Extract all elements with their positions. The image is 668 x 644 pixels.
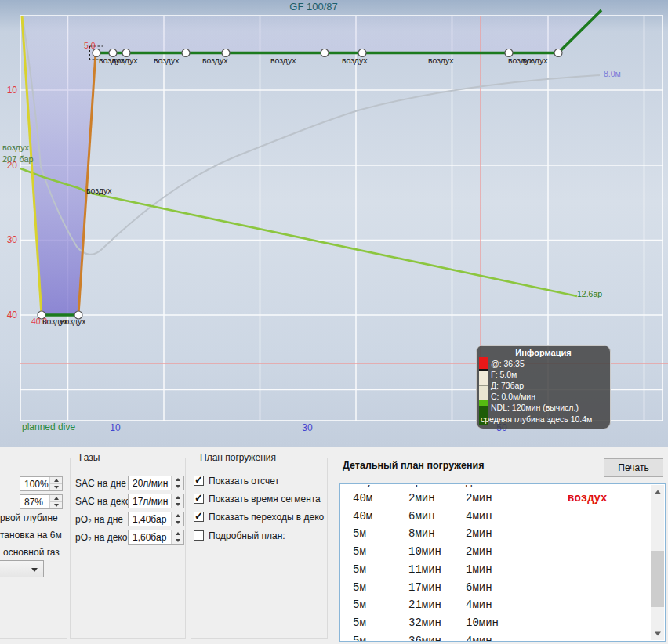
bottom-gas-label-2: воздух [60, 317, 85, 326]
gf-high-value: 87% [24, 497, 49, 508]
spinner-buttons[interactable] [49, 495, 62, 508]
gf-low-spinbox[interactable]: 100% [20, 476, 63, 491]
spinner-buttons[interactable] [171, 476, 183, 490]
scroll-up-icon[interactable] [651, 485, 664, 498]
info-box-title: Информация [477, 348, 610, 357]
plan-table-header-clipped: глубина время длительность газ [340, 485, 652, 491]
plan-cell: 6мин [466, 581, 492, 594]
info-line-speed: С: 0.0м/мин [491, 392, 535, 401]
plan-cell: 2мин [408, 492, 435, 505]
start-pressure-label: 207 бар [2, 154, 34, 164]
header-duration: длительность [466, 485, 545, 488]
depth-tick-40: 40 [0, 309, 17, 320]
gf-low-value: 100% [24, 479, 49, 490]
header-gas: газ [568, 485, 587, 488]
plan-cell: 5м [353, 563, 366, 576]
depth-tick-10: 10 [0, 85, 17, 96]
waypoint-gas-label: воздух [428, 56, 453, 65]
gases-group-title: Газы [77, 452, 103, 463]
info-line-depth: Г: 5.0м [491, 370, 517, 379]
po2-bottom-label: pO₂ на дне [75, 514, 123, 525]
waypoint-handle[interactable] [321, 49, 329, 57]
time-tick-30: 30 [298, 422, 317, 433]
detail-plan-title: Детальный план погружения [343, 460, 485, 471]
spinner-buttons[interactable] [49, 477, 62, 490]
gf-high-spinbox[interactable]: 87% [20, 494, 63, 509]
plan-cell: 5м [353, 599, 366, 611]
selected-point-depth-label: 5.0 [84, 41, 96, 50]
plan-cell: 2мин [466, 527, 492, 540]
waypoint-handle[interactable] [182, 49, 190, 57]
spinner-buttons[interactable] [171, 494, 183, 508]
mean-depth-end-label: 8.0м [604, 69, 621, 78]
po2-bottom-spinbox[interactable]: 1,40бар [128, 512, 184, 526]
plan-cell: 2мин [466, 492, 492, 505]
time-tick-10: 10 [106, 422, 125, 433]
checkbox-show-segment-time-label[interactable]: Показать время сегмента [209, 494, 321, 505]
checkbox-show-runtime-label[interactable]: Показать отсчет [209, 476, 279, 487]
mid-gas-label: воздух [86, 186, 111, 195]
dive-planner-window: GF 100/87 10 20 30 40 10 30 50 planned d… [0, 0, 668, 644]
plan-cell: 2мин [466, 545, 492, 558]
sac-bottom-spinbox[interactable]: 20л/мин [128, 476, 184, 490]
checkbox-show-deco-transitions-label[interactable]: Показать переходы в деко [209, 512, 324, 523]
waypoint-gas-label: воздух [112, 56, 137, 65]
checkbox-show-segment-time[interactable] [194, 494, 204, 504]
detail-plan-table[interactable]: глубина время длительность газ 40м2мин2м… [339, 483, 666, 642]
header-depth: глубина [353, 485, 399, 488]
plan-cell: 5м [353, 527, 366, 540]
clipped-label-first-depth: рвой глубине [0, 512, 58, 523]
sac-bottom-label: SAC на дне [75, 478, 126, 489]
scroll-down-icon[interactable] [651, 627, 664, 640]
spinner-buttons[interactable] [171, 530, 183, 544]
po2-deco-label: pO₂ на деко [75, 532, 127, 543]
pressure-end-label: 12.6ар [577, 289, 602, 298]
plan-cell: воздух [568, 492, 607, 505]
waypoint-gas-label: воздух [270, 56, 296, 65]
print-button[interactable]: Печать [604, 458, 663, 477]
plan-cell: 4мин [466, 510, 492, 523]
scrollbar-thumb[interactable] [651, 551, 664, 607]
waypoint-gas-label: воздух [342, 56, 367, 65]
sac-bottom-value: 20л/мин [133, 478, 171, 489]
po2-deco-spinbox[interactable]: 1,60бар [128, 530, 184, 545]
waypoint-gas-label: воздух [202, 56, 227, 65]
start-gas-label: воздух [2, 143, 29, 152]
plan-cell: 5м [353, 635, 366, 642]
clipped-label-last-stop-6m: тановка на 6м [0, 530, 62, 541]
table-scrollbar[interactable] [651, 485, 664, 640]
chart-title: GF 100/87 [267, 1, 361, 13]
checkbox-show-deco-transitions[interactable] [194, 512, 204, 522]
checkbox-verbose-plan[interactable] [194, 530, 204, 541]
sac-deco-value: 17л/мин [133, 496, 171, 507]
plan-cell: 5м [353, 617, 366, 629]
sac-deco-spinbox[interactable]: 17л/мин [128, 494, 184, 508]
plan-cell: 1мин [466, 563, 492, 576]
sac-deco-label: SAC на деко [75, 496, 130, 507]
plan-cell: 10мин [408, 545, 441, 558]
info-line-pressure: Д: 73бар [491, 381, 524, 390]
plan-cell: 40м [353, 492, 372, 505]
gas-combobox[interactable] [0, 560, 44, 577]
plan-cell: 10мин [466, 617, 499, 629]
plan-cell: 5м [353, 581, 366, 594]
header-runtime: время [408, 485, 441, 488]
plan-cell: 4мин [466, 635, 492, 642]
checkbox-show-runtime[interactable] [194, 476, 204, 486]
plan-cell: 36мин [408, 635, 441, 642]
info-line-mean-depth: средняя глубина здесь 10.4м [481, 414, 592, 424]
info-box: Информация @: 36:35 Г: 5.0м Д: 73бар С: … [476, 345, 611, 429]
waypoint-gas-label: воздух [154, 56, 179, 65]
spinner-buttons[interactable] [171, 512, 183, 526]
plan-cell: 32мин [408, 617, 441, 629]
plan-cell: 17мин [408, 581, 441, 594]
info-line-time: @: 36:35 [491, 359, 525, 368]
plan-cell: 8мин [408, 527, 435, 540]
dive-profile-chart[interactable]: GF 100/87 10 20 30 40 10 30 50 planned d… [0, 0, 668, 447]
checkbox-verbose-plan-label[interactable]: Подробный план: [209, 530, 285, 541]
chevron-down-icon [31, 568, 38, 572]
plan-cell: 4мин [466, 599, 492, 611]
waypoint-handle[interactable] [554, 49, 562, 57]
plan-cell: 21мин [408, 599, 441, 611]
dive-plan-group-title: План погружения [198, 452, 278, 463]
